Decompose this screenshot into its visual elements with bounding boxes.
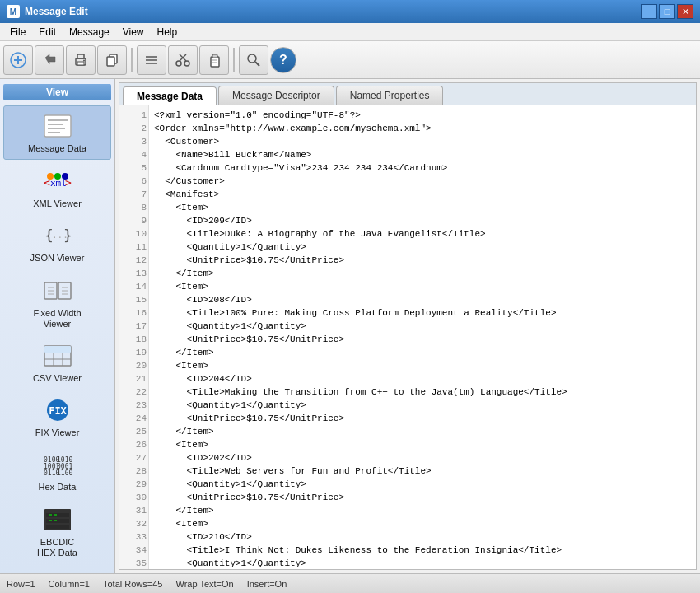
line-number: 1 bbox=[121, 109, 147, 122]
sidebar-item-xml-viewer[interactable]: < xml > XML Viewer bbox=[3, 161, 111, 214]
code-editor[interactable]: <?xml version="1.0" encoding="UTF-8"?><O… bbox=[149, 105, 696, 569]
line-number: 3 bbox=[121, 135, 147, 148]
menu-help[interactable]: Help bbox=[151, 25, 184, 40]
menu-file[interactable]: File bbox=[3, 25, 32, 40]
code-line: <UnitPrice>$10.75</UnitPrice> bbox=[154, 333, 691, 346]
code-line: <Title>Web Servers for Fun and Profit</T… bbox=[154, 465, 691, 478]
line-number: 13 bbox=[121, 267, 147, 280]
line-number: 9 bbox=[121, 214, 147, 227]
svg-rect-49 bbox=[44, 346, 71, 353]
code-line: <Name>Bill Buckram</Name> bbox=[154, 148, 691, 161]
line-number: 32 bbox=[121, 517, 147, 530]
code-line: <Customer> bbox=[154, 135, 691, 148]
code-line: </Customer> bbox=[154, 175, 691, 188]
code-line: <ID>210</ID> bbox=[154, 530, 691, 544]
sidebar-item-label-csv-viewer: CSV Viewer bbox=[33, 373, 82, 384]
line-number: 31 bbox=[121, 504, 147, 517]
svg-point-14 bbox=[176, 61, 181, 66]
code-line: <UnitPrice>$10.75</UnitPrice> bbox=[154, 491, 691, 504]
svg-point-6 bbox=[83, 59, 85, 61]
hex-data-icon: 0100 1001 0110 1010 0001 1100 bbox=[41, 450, 74, 479]
paste-button[interactable] bbox=[199, 45, 229, 75]
align-button[interactable] bbox=[137, 45, 166, 75]
title-controls: − □ ✕ bbox=[641, 4, 693, 19]
tab-named-properties[interactable]: Named Properties bbox=[336, 86, 444, 105]
tab-message-data[interactable]: Message Data bbox=[123, 86, 217, 105]
sidebar-item-hex-data[interactable]: 0100 1001 0110 1010 0001 1100 Hex Data bbox=[3, 445, 111, 497]
svg-rect-5 bbox=[77, 62, 84, 65]
code-line: <Manifest> bbox=[154, 188, 691, 201]
help-icon: ? bbox=[279, 53, 287, 68]
code-line: <Title>Duke: A Biography of the Java Eva… bbox=[154, 227, 691, 240]
code-line: <UnitPrice>$10.75</UnitPrice> bbox=[154, 254, 691, 267]
line-number: 15 bbox=[121, 293, 147, 306]
code-line: <Item> bbox=[154, 359, 691, 372]
maximize-button[interactable]: □ bbox=[659, 4, 675, 19]
editor-area[interactable]: 1234567891011121314151617181920212223242… bbox=[119, 105, 696, 569]
new-button[interactable] bbox=[3, 45, 33, 75]
line-number: 21 bbox=[121, 372, 147, 385]
copy-button[interactable] bbox=[97, 45, 127, 75]
line-number: 12 bbox=[121, 254, 147, 267]
back-button[interactable] bbox=[35, 45, 64, 75]
sidebar-item-message-data[interactable]: Message Data bbox=[3, 105, 111, 160]
menu-edit[interactable]: Edit bbox=[32, 25, 63, 40]
line-number: 14 bbox=[121, 280, 147, 293]
toolbar: ? bbox=[0, 41, 700, 79]
svg-point-20 bbox=[248, 54, 256, 63]
sidebar-item-fix-viewer[interactable]: FIX FIX Viewer bbox=[3, 390, 111, 443]
code-line: <Title>Making the Transition from C++ to… bbox=[154, 385, 691, 399]
sidebar-item-label-fixed-width-viewer: Fixed Width Viewer bbox=[33, 308, 81, 329]
code-line: <Item> bbox=[154, 280, 691, 293]
line-number: 2 bbox=[121, 122, 147, 135]
search-button[interactable] bbox=[239, 45, 268, 75]
minimize-button[interactable]: − bbox=[641, 4, 657, 19]
code-line: <Title>I Think Not: Dukes Likeness to th… bbox=[154, 544, 691, 557]
sidebar-item-ebcdic-hex-data[interactable]: EBCDIC HEX Data bbox=[3, 500, 111, 563]
line-number: 24 bbox=[121, 412, 147, 425]
line-number: 27 bbox=[121, 451, 147, 465]
line-number: 20 bbox=[121, 359, 147, 372]
window-title: Message Edit bbox=[25, 6, 88, 17]
sidebar-item-label-hex-data: Hex Data bbox=[39, 482, 77, 493]
code-line: <Quantity>1</Quantity> bbox=[154, 557, 691, 569]
ebcdic-icon bbox=[41, 505, 74, 535]
code-line: <ID>209</ID> bbox=[154, 214, 691, 227]
svg-text:1100: 1100 bbox=[57, 469, 72, 477]
line-number: 6 bbox=[121, 175, 147, 188]
code-line: <ID>202</ID> bbox=[154, 451, 691, 465]
line-number: 29 bbox=[121, 478, 147, 491]
sidebar-item-label-message-data: Message Data bbox=[28, 143, 86, 154]
sidebar-item-csv-viewer[interactable]: CSV Viewer bbox=[3, 336, 111, 389]
sidebar-item-label-xml-viewer: XML Viewer bbox=[33, 198, 82, 209]
cut-button[interactable] bbox=[168, 45, 198, 75]
line-number: 8 bbox=[121, 201, 147, 214]
help-button[interactable]: ? bbox=[270, 47, 296, 73]
print-button[interactable] bbox=[66, 45, 96, 75]
menu-bar: File Edit Message View Help bbox=[0, 23, 700, 41]
status-bar: Row=1 Column=1 Total Rows=45 Wrap Text=O… bbox=[0, 573, 700, 593]
code-line: <ID>204</ID> bbox=[154, 372, 691, 385]
status-row: Row=1 bbox=[7, 579, 35, 589]
code-line: </Item> bbox=[154, 346, 691, 359]
line-number: 33 bbox=[121, 530, 147, 544]
svg-rect-61 bbox=[46, 525, 69, 529]
code-line: <Item> bbox=[154, 438, 691, 451]
code-line: <Quantity>1</Quantity> bbox=[154, 320, 691, 333]
svg-rect-8 bbox=[107, 57, 114, 66]
svg-point-15 bbox=[184, 61, 189, 66]
svg-point-31 bbox=[54, 173, 61, 180]
line-number: 25 bbox=[121, 425, 147, 438]
line-numbers: 1234567891011121314151617181920212223242… bbox=[119, 105, 149, 569]
sidebar-item-json-viewer[interactable]: { ··· } JSON Viewer bbox=[3, 216, 111, 268]
code-line: <Quantity>1</Quantity> bbox=[154, 399, 691, 412]
separator-2 bbox=[233, 48, 235, 72]
status-insert: Insert=On bbox=[247, 579, 287, 589]
menu-view[interactable]: View bbox=[116, 25, 151, 40]
tab-message-descriptor[interactable]: Message Descriptor bbox=[218, 86, 334, 105]
status-wrap-text: Wrap Text=On bbox=[175, 579, 233, 589]
menu-message[interactable]: Message bbox=[63, 25, 116, 40]
line-number: 18 bbox=[121, 333, 147, 346]
close-button[interactable]: ✕ bbox=[677, 4, 693, 19]
sidebar-item-fixed-width-viewer[interactable]: Fixed Width Viewer bbox=[3, 271, 111, 334]
